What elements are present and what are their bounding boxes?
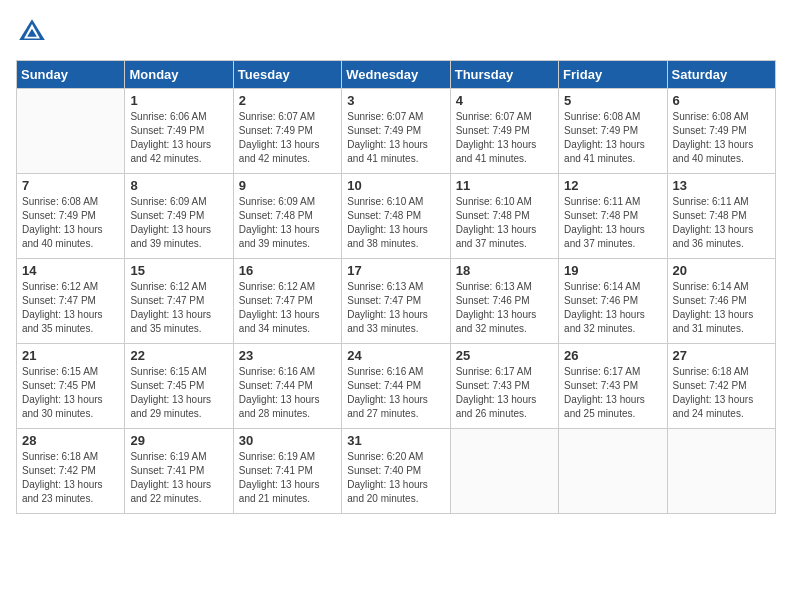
calendar-cell: 19Sunrise: 6:14 AMSunset: 7:46 PMDayligh… (559, 259, 667, 344)
calendar-cell (667, 429, 775, 514)
calendar-cell: 16Sunrise: 6:12 AMSunset: 7:47 PMDayligh… (233, 259, 341, 344)
day-number: 4 (456, 93, 553, 108)
day-number: 29 (130, 433, 227, 448)
cell-detail: Sunrise: 6:13 AMSunset: 7:46 PMDaylight:… (456, 280, 553, 336)
calendar-cell (450, 429, 558, 514)
day-number: 1 (130, 93, 227, 108)
day-number: 8 (130, 178, 227, 193)
day-number: 14 (22, 263, 119, 278)
calendar-cell: 27Sunrise: 6:18 AMSunset: 7:42 PMDayligh… (667, 344, 775, 429)
calendar-cell: 11Sunrise: 6:10 AMSunset: 7:48 PMDayligh… (450, 174, 558, 259)
day-number: 26 (564, 348, 661, 363)
calendar-cell: 14Sunrise: 6:12 AMSunset: 7:47 PMDayligh… (17, 259, 125, 344)
day-number: 27 (673, 348, 770, 363)
cell-detail: Sunrise: 6:08 AMSunset: 7:49 PMDaylight:… (673, 110, 770, 166)
cell-detail: Sunrise: 6:14 AMSunset: 7:46 PMDaylight:… (673, 280, 770, 336)
day-number: 30 (239, 433, 336, 448)
day-number: 16 (239, 263, 336, 278)
calendar-cell: 9Sunrise: 6:09 AMSunset: 7:48 PMDaylight… (233, 174, 341, 259)
calendar-cell: 20Sunrise: 6:14 AMSunset: 7:46 PMDayligh… (667, 259, 775, 344)
day-number: 9 (239, 178, 336, 193)
calendar-cell: 8Sunrise: 6:09 AMSunset: 7:49 PMDaylight… (125, 174, 233, 259)
cell-detail: Sunrise: 6:15 AMSunset: 7:45 PMDaylight:… (22, 365, 119, 421)
calendar-cell: 17Sunrise: 6:13 AMSunset: 7:47 PMDayligh… (342, 259, 450, 344)
cell-detail: Sunrise: 6:19 AMSunset: 7:41 PMDaylight:… (239, 450, 336, 506)
calendar-cell: 3Sunrise: 6:07 AMSunset: 7:49 PMDaylight… (342, 89, 450, 174)
calendar-cell: 31Sunrise: 6:20 AMSunset: 7:40 PMDayligh… (342, 429, 450, 514)
calendar-cell: 7Sunrise: 6:08 AMSunset: 7:49 PMDaylight… (17, 174, 125, 259)
calendar-week-row: 28Sunrise: 6:18 AMSunset: 7:42 PMDayligh… (17, 429, 776, 514)
cell-detail: Sunrise: 6:08 AMSunset: 7:49 PMDaylight:… (22, 195, 119, 251)
cell-detail: Sunrise: 6:12 AMSunset: 7:47 PMDaylight:… (239, 280, 336, 336)
logo-icon (16, 16, 48, 48)
calendar-cell (559, 429, 667, 514)
weekday-header-saturday: Saturday (667, 61, 775, 89)
cell-detail: Sunrise: 6:06 AMSunset: 7:49 PMDaylight:… (130, 110, 227, 166)
day-number: 22 (130, 348, 227, 363)
calendar-week-row: 7Sunrise: 6:08 AMSunset: 7:49 PMDaylight… (17, 174, 776, 259)
day-number: 6 (673, 93, 770, 108)
day-number: 31 (347, 433, 444, 448)
calendar-cell: 18Sunrise: 6:13 AMSunset: 7:46 PMDayligh… (450, 259, 558, 344)
day-number: 10 (347, 178, 444, 193)
calendar-week-row: 14Sunrise: 6:12 AMSunset: 7:47 PMDayligh… (17, 259, 776, 344)
calendar-cell: 28Sunrise: 6:18 AMSunset: 7:42 PMDayligh… (17, 429, 125, 514)
day-number: 2 (239, 93, 336, 108)
calendar-week-row: 1Sunrise: 6:06 AMSunset: 7:49 PMDaylight… (17, 89, 776, 174)
cell-detail: Sunrise: 6:18 AMSunset: 7:42 PMDaylight:… (22, 450, 119, 506)
day-number: 20 (673, 263, 770, 278)
day-number: 23 (239, 348, 336, 363)
day-number: 18 (456, 263, 553, 278)
day-number: 19 (564, 263, 661, 278)
cell-detail: Sunrise: 6:11 AMSunset: 7:48 PMDaylight:… (564, 195, 661, 251)
weekday-header-friday: Friday (559, 61, 667, 89)
calendar-cell: 26Sunrise: 6:17 AMSunset: 7:43 PMDayligh… (559, 344, 667, 429)
calendar-cell: 5Sunrise: 6:08 AMSunset: 7:49 PMDaylight… (559, 89, 667, 174)
cell-detail: Sunrise: 6:07 AMSunset: 7:49 PMDaylight:… (456, 110, 553, 166)
day-number: 13 (673, 178, 770, 193)
weekday-header-thursday: Thursday (450, 61, 558, 89)
day-number: 25 (456, 348, 553, 363)
cell-detail: Sunrise: 6:11 AMSunset: 7:48 PMDaylight:… (673, 195, 770, 251)
cell-detail: Sunrise: 6:17 AMSunset: 7:43 PMDaylight:… (456, 365, 553, 421)
calendar-body: 1Sunrise: 6:06 AMSunset: 7:49 PMDaylight… (17, 89, 776, 514)
cell-detail: Sunrise: 6:20 AMSunset: 7:40 PMDaylight:… (347, 450, 444, 506)
calendar-cell (17, 89, 125, 174)
weekday-header-tuesday: Tuesday (233, 61, 341, 89)
cell-detail: Sunrise: 6:18 AMSunset: 7:42 PMDaylight:… (673, 365, 770, 421)
calendar-cell: 29Sunrise: 6:19 AMSunset: 7:41 PMDayligh… (125, 429, 233, 514)
cell-detail: Sunrise: 6:19 AMSunset: 7:41 PMDaylight:… (130, 450, 227, 506)
weekday-header-row: SundayMondayTuesdayWednesdayThursdayFrid… (17, 61, 776, 89)
calendar-cell: 23Sunrise: 6:16 AMSunset: 7:44 PMDayligh… (233, 344, 341, 429)
calendar-cell: 13Sunrise: 6:11 AMSunset: 7:48 PMDayligh… (667, 174, 775, 259)
weekday-header-monday: Monday (125, 61, 233, 89)
calendar-cell: 4Sunrise: 6:07 AMSunset: 7:49 PMDaylight… (450, 89, 558, 174)
header (16, 16, 776, 48)
calendar-cell: 21Sunrise: 6:15 AMSunset: 7:45 PMDayligh… (17, 344, 125, 429)
cell-detail: Sunrise: 6:07 AMSunset: 7:49 PMDaylight:… (239, 110, 336, 166)
calendar-cell: 24Sunrise: 6:16 AMSunset: 7:44 PMDayligh… (342, 344, 450, 429)
day-number: 24 (347, 348, 444, 363)
logo (16, 16, 52, 48)
cell-detail: Sunrise: 6:10 AMSunset: 7:48 PMDaylight:… (347, 195, 444, 251)
calendar-cell: 15Sunrise: 6:12 AMSunset: 7:47 PMDayligh… (125, 259, 233, 344)
calendar-cell: 6Sunrise: 6:08 AMSunset: 7:49 PMDaylight… (667, 89, 775, 174)
day-number: 15 (130, 263, 227, 278)
cell-detail: Sunrise: 6:16 AMSunset: 7:44 PMDaylight:… (347, 365, 444, 421)
cell-detail: Sunrise: 6:12 AMSunset: 7:47 PMDaylight:… (22, 280, 119, 336)
calendar-cell: 10Sunrise: 6:10 AMSunset: 7:48 PMDayligh… (342, 174, 450, 259)
day-number: 12 (564, 178, 661, 193)
cell-detail: Sunrise: 6:15 AMSunset: 7:45 PMDaylight:… (130, 365, 227, 421)
day-number: 28 (22, 433, 119, 448)
calendar-cell: 2Sunrise: 6:07 AMSunset: 7:49 PMDaylight… (233, 89, 341, 174)
cell-detail: Sunrise: 6:16 AMSunset: 7:44 PMDaylight:… (239, 365, 336, 421)
calendar-table: SundayMondayTuesdayWednesdayThursdayFrid… (16, 60, 776, 514)
weekday-header-sunday: Sunday (17, 61, 125, 89)
calendar-cell: 1Sunrise: 6:06 AMSunset: 7:49 PMDaylight… (125, 89, 233, 174)
cell-detail: Sunrise: 6:10 AMSunset: 7:48 PMDaylight:… (456, 195, 553, 251)
cell-detail: Sunrise: 6:07 AMSunset: 7:49 PMDaylight:… (347, 110, 444, 166)
calendar-cell: 25Sunrise: 6:17 AMSunset: 7:43 PMDayligh… (450, 344, 558, 429)
cell-detail: Sunrise: 6:08 AMSunset: 7:49 PMDaylight:… (564, 110, 661, 166)
day-number: 7 (22, 178, 119, 193)
day-number: 11 (456, 178, 553, 193)
